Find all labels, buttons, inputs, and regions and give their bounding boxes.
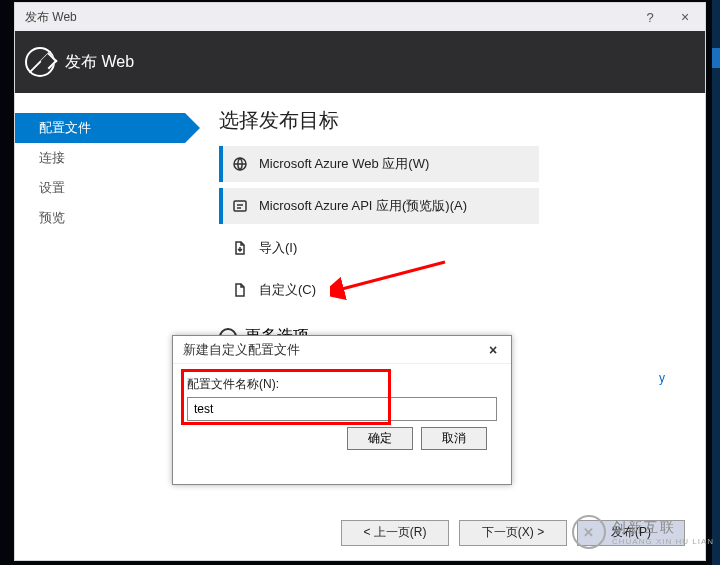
ok-button[interactable]: 确定: [347, 427, 413, 450]
sidebar-item-label: 设置: [39, 179, 65, 197]
watermark-cn: 创新互联: [612, 519, 714, 537]
sidebar-item-label: 预览: [39, 209, 65, 227]
profile-name-label: 配置文件名称(N):: [187, 376, 497, 393]
profile-name-input-wrap: [187, 397, 497, 421]
host-right-strip-highlight: [712, 48, 720, 68]
main-title: 选择发布目标: [219, 107, 685, 134]
target-azure-web[interactable]: Microsoft Azure Web 应用(W): [219, 146, 539, 182]
sidebar-item-profile[interactable]: 配置文件: [15, 113, 185, 143]
close-button[interactable]: ×: [665, 9, 705, 25]
dialog-close-button[interactable]: ×: [481, 342, 505, 358]
target-import[interactable]: 导入(I): [219, 230, 539, 266]
sidebar-item-label: 连接: [39, 149, 65, 167]
watermark-en: CHUANG XIN HU LIAN: [612, 537, 714, 546]
document-icon: [231, 281, 249, 299]
prev-button[interactable]: < 上一页(R): [341, 520, 449, 546]
target-label: 导入(I): [259, 239, 297, 257]
host-right-strip: [712, 0, 720, 565]
new-profile-dialog: 新建自定义配置文件 × 配置文件名称(N): 确定 取消: [172, 335, 512, 485]
sidebar-item-label: 配置文件: [39, 119, 91, 137]
watermark-logo: ✕: [572, 515, 606, 549]
sidebar-item-connection[interactable]: 连接: [15, 143, 185, 173]
dialog-body: 配置文件名称(N): 确定 取消: [173, 364, 511, 462]
titlebar: 发布 Web ? ×: [15, 3, 705, 31]
target-custom[interactable]: 自定义(C): [219, 272, 539, 308]
wizard-header: 发布 Web: [15, 31, 705, 93]
dialog-buttons: 确定 取消: [187, 421, 497, 450]
cancel-button[interactable]: 取消: [421, 427, 487, 450]
sidebar-item-preview[interactable]: 预览: [15, 203, 185, 233]
svg-rect-1: [234, 201, 246, 211]
window-title: 发布 Web: [25, 9, 635, 26]
next-button[interactable]: 下一页(X) >: [459, 520, 567, 546]
publish-target-list: Microsoft Azure Web 应用(W) Microsoft Azur…: [219, 146, 685, 308]
target-label: 自定义(C): [259, 281, 316, 299]
api-icon: [231, 197, 249, 215]
sidebar: 配置文件 连接 设置 预览: [15, 93, 185, 503]
target-label: Microsoft Azure Web 应用(W): [259, 155, 429, 173]
dialog-title: 新建自定义配置文件: [183, 341, 481, 359]
target-label: Microsoft Azure API 应用(预览版)(A): [259, 197, 467, 215]
watermark: ✕ 创新互联 CHUANG XIN HU LIAN: [572, 515, 714, 549]
help-button[interactable]: ?: [635, 10, 665, 25]
globe-icon: [25, 47, 55, 77]
target-azure-api[interactable]: Microsoft Azure API 应用(预览版)(A): [219, 188, 539, 224]
wizard-header-title: 发布 Web: [65, 52, 134, 73]
privacy-link-fragment[interactable]: y: [659, 371, 665, 385]
globe-icon: [231, 155, 249, 173]
dialog-titlebar: 新建自定义配置文件 ×: [173, 336, 511, 364]
sidebar-item-settings[interactable]: 设置: [15, 173, 185, 203]
import-icon: [231, 239, 249, 257]
profile-name-input[interactable]: [187, 397, 497, 421]
